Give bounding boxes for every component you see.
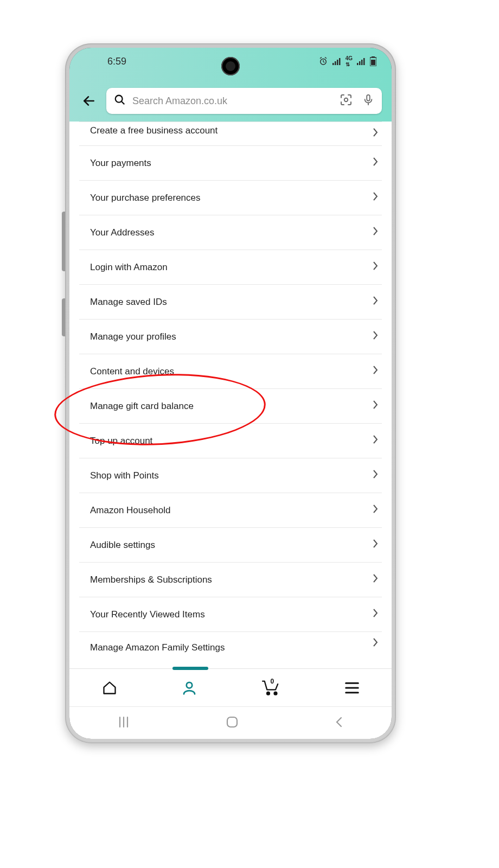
svg-rect-12 bbox=[363, 58, 365, 65]
menu-item-label: Manage gift card balance bbox=[90, 401, 194, 412]
svg-rect-31 bbox=[227, 717, 237, 727]
home-button[interactable] bbox=[225, 715, 239, 731]
menu-item-audible[interactable]: Audible settings bbox=[79, 528, 382, 563]
svg-point-22 bbox=[186, 682, 192, 688]
mic-icon[interactable] bbox=[362, 93, 374, 108]
menu-item-label: Your Recently Viewed Items bbox=[90, 609, 205, 620]
menu-item-topup[interactable]: Top up account bbox=[79, 424, 382, 458]
svg-rect-9 bbox=[357, 63, 359, 65]
menu-item-business-account[interactable]: Create a free business account bbox=[79, 122, 382, 146]
tab-cart[interactable]: 0 bbox=[261, 680, 280, 696]
menu-item-label: Top up account bbox=[90, 436, 152, 446]
back-button[interactable] bbox=[79, 94, 99, 108]
volume-button bbox=[62, 212, 65, 271]
search-input[interactable] bbox=[132, 95, 333, 107]
menu-item-family-settings[interactable]: Manage Amazon Family Settings bbox=[79, 632, 382, 655]
chevron-right-icon bbox=[372, 226, 379, 239]
chevron-right-icon bbox=[372, 504, 379, 516]
tab-home[interactable] bbox=[101, 680, 118, 695]
menu-item-label: Manage saved IDs bbox=[90, 297, 167, 308]
svg-point-17 bbox=[116, 95, 123, 103]
active-tab-indicator bbox=[172, 667, 208, 670]
menu-item-label: Audible settings bbox=[90, 540, 155, 551]
svg-line-4 bbox=[325, 58, 327, 59]
alarm-icon bbox=[318, 56, 328, 66]
svg-rect-15 bbox=[371, 60, 375, 65]
svg-rect-6 bbox=[335, 61, 336, 65]
menu-item-purchase-prefs[interactable]: Your purchase preferences bbox=[79, 181, 382, 215]
chevron-right-icon bbox=[372, 330, 379, 343]
chevron-right-icon bbox=[372, 157, 379, 169]
chevron-right-icon bbox=[372, 637, 379, 650]
chevron-right-icon bbox=[372, 608, 379, 621]
menu-item-household[interactable]: Amazon Household bbox=[79, 493, 382, 528]
menu-item-label: Memberships & Subscriptions bbox=[90, 575, 212, 585]
svg-rect-8 bbox=[339, 58, 341, 65]
svg-point-24 bbox=[274, 692, 277, 694]
system-nav-bar bbox=[69, 706, 392, 739]
chevron-right-icon bbox=[372, 192, 379, 204]
camera-search-icon[interactable] bbox=[340, 93, 353, 108]
tab-account[interactable] bbox=[181, 680, 197, 696]
menu-item-recent-viewed[interactable]: Your Recently Viewed Items bbox=[79, 597, 382, 632]
svg-rect-7 bbox=[337, 60, 338, 65]
svg-rect-11 bbox=[361, 60, 363, 65]
device-frame: 6:59 4G⇅ bbox=[65, 43, 396, 743]
menu-item-saved-ids[interactable]: Manage saved IDs bbox=[79, 285, 382, 320]
chevron-right-icon bbox=[372, 400, 379, 412]
network-4g-icon: 4G⇅ bbox=[346, 55, 353, 67]
menu-item-label: Your Addresses bbox=[90, 227, 154, 238]
chevron-right-icon bbox=[372, 365, 379, 378]
chevron-right-icon bbox=[372, 296, 379, 308]
svg-point-23 bbox=[267, 692, 270, 694]
tab-menu[interactable] bbox=[344, 681, 360, 695]
svg-line-3 bbox=[320, 58, 322, 59]
cart-count: 0 bbox=[271, 678, 274, 685]
chevron-right-icon bbox=[372, 261, 379, 273]
system-back-button[interactable] bbox=[334, 716, 344, 731]
menu-item-profiles[interactable]: Manage your profiles bbox=[79, 320, 382, 354]
search-icon bbox=[114, 94, 126, 108]
menu-item-label: Create a free business account bbox=[90, 125, 217, 136]
menu-item-label: Content and devices bbox=[90, 366, 174, 377]
bottom-tab-nav: 0 bbox=[69, 668, 392, 706]
svg-line-18 bbox=[121, 101, 125, 105]
menu-item-label: Your payments bbox=[90, 158, 151, 169]
menu-item-shop-points[interactable]: Shop with Points bbox=[79, 458, 382, 493]
recents-button[interactable] bbox=[117, 716, 131, 730]
chevron-right-icon bbox=[372, 435, 379, 447]
svg-point-19 bbox=[344, 98, 348, 101]
chevron-right-icon bbox=[372, 469, 379, 482]
menu-item-label: Amazon Household bbox=[90, 505, 170, 516]
chevron-right-icon bbox=[372, 539, 379, 551]
signal-icon bbox=[332, 58, 341, 65]
chevron-right-icon bbox=[372, 573, 379, 586]
svg-rect-5 bbox=[332, 63, 334, 65]
svg-rect-20 bbox=[367, 95, 370, 101]
svg-line-2 bbox=[323, 62, 324, 63]
menu-item-label: Manage your profiles bbox=[90, 331, 176, 342]
settings-list: Create a free business account Your paym… bbox=[69, 122, 392, 668]
search-box[interactable] bbox=[106, 88, 382, 114]
menu-item-content-devices[interactable]: Content and devices bbox=[79, 354, 382, 389]
menu-item-gift-card[interactable]: Manage gift card balance bbox=[79, 389, 382, 424]
menu-item-label: Shop with Points bbox=[90, 470, 159, 481]
signal-icon-2 bbox=[357, 58, 366, 65]
power-button bbox=[62, 298, 65, 336]
menu-item-label: Your purchase preferences bbox=[90, 193, 201, 203]
front-camera bbox=[221, 57, 240, 75]
battery-icon bbox=[370, 56, 376, 66]
menu-item-login-amazon[interactable]: Login with Amazon bbox=[79, 250, 382, 285]
menu-item-payments[interactable]: Your payments bbox=[79, 146, 382, 181]
menu-item-memberships[interactable]: Memberships & Subscriptions bbox=[79, 563, 382, 597]
status-time: 6:59 bbox=[107, 56, 126, 67]
chevron-right-icon bbox=[372, 127, 379, 140]
menu-item-label: Login with Amazon bbox=[90, 262, 168, 273]
menu-item-addresses[interactable]: Your Addresses bbox=[79, 215, 382, 250]
svg-rect-10 bbox=[359, 61, 361, 65]
menu-item-label: Manage Amazon Family Settings bbox=[90, 642, 225, 653]
